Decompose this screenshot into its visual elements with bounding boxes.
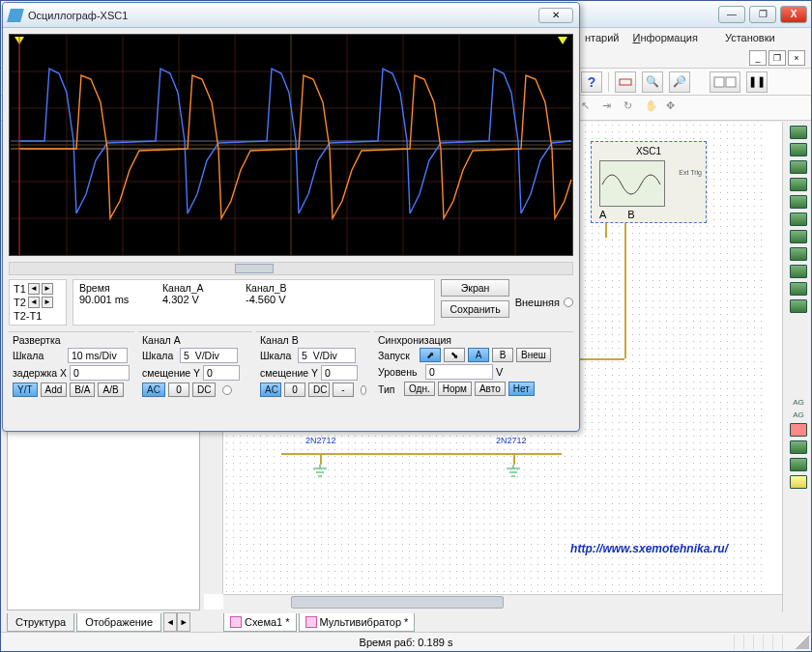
close-button[interactable]: X — [780, 6, 807, 23]
scope-scrollbar[interactable] — [9, 262, 573, 275]
strip-btn-6[interactable] — [790, 213, 807, 226]
scope-trace — [10, 35, 572, 255]
strip-lbl-ag2[interactable]: AG — [793, 411, 804, 419]
tab-prev-icon[interactable]: ◄ — [163, 612, 177, 632]
tab-display[interactable]: Отображение — [76, 613, 161, 632]
t2-left-icon[interactable]: ◄ — [28, 297, 40, 308]
resize-grip-icon[interactable] — [796, 636, 809, 649]
menu-item-instr[interactable]: нтарий — [585, 32, 620, 43]
readout-time: 90.001 ms — [79, 294, 137, 305]
sync-auto-button[interactable]: Авто — [475, 382, 506, 396]
mode-yt-button[interactable]: Y/T — [13, 383, 38, 397]
ext-trigger-radio[interactable] — [564, 298, 573, 307]
sync-b-button[interactable]: B — [492, 348, 513, 362]
mode-ab-button[interactable]: A/B — [98, 383, 123, 397]
save-button[interactable]: Сохранить — [441, 300, 508, 318]
strip-btn-4[interactable] — [790, 178, 807, 191]
doc-tab-2[interactable]: Мультивибратор * — [299, 613, 416, 632]
edge-rise-button[interactable]: ⬈ — [420, 348, 441, 362]
chb-minus-button[interactable]: - — [333, 383, 354, 397]
cursor-buttons: T1 ◄► T2 ◄► T2-T1 — [9, 279, 67, 326]
screen-button[interactable]: Экран — [441, 279, 508, 297]
ground-icon — [505, 465, 522, 478]
doc-tab-1[interactable]: Схема1 * — [223, 613, 297, 632]
t1-label: T1 — [14, 283, 26, 295]
sync-none-button[interactable]: Нет — [508, 382, 535, 396]
cha-offset-input[interactable] — [203, 365, 240, 381]
sync-level-input[interactable] — [425, 364, 493, 380]
chb-offset-input[interactable] — [321, 365, 358, 381]
strip-btn-13[interactable] — [790, 458, 807, 471]
sync-single-button[interactable]: Одн. — [404, 382, 435, 396]
cha-scale-input[interactable] — [180, 348, 238, 363]
tab-next-icon[interactable]: ► — [177, 612, 190, 632]
sync-group: Синхронизация Запуск ⬈ ⬊ A B Внеш Уровен… — [374, 331, 573, 401]
hand-icon[interactable]: ✋ — [645, 99, 662, 117]
chb-dc-button[interactable]: DC — [308, 383, 330, 397]
align-icon[interactable]: ⇥ — [602, 99, 620, 117]
strip-btn-12[interactable] — [790, 440, 807, 454]
strip-btn-14[interactable] — [790, 475, 807, 489]
chb-0-button[interactable]: 0 — [284, 383, 305, 397]
move-icon[interactable]: ✥ — [666, 99, 683, 117]
osc-titlebar[interactable]: Осциллограф-XSC1 ✕ — [3, 3, 579, 28]
canvas-hscroll[interactable] — [223, 594, 782, 609]
sync-a-button[interactable]: A — [468, 348, 489, 362]
svg-marker-26 — [558, 37, 567, 44]
sweep-group: Развертка Шкала задержка X Y/T Add B/A A… — [9, 331, 134, 401]
wire — [513, 453, 515, 465]
cha-dc-button[interactable]: DC — [192, 383, 216, 397]
strip-lbl-ag[interactable]: AG — [793, 398, 804, 407]
strip-btn-3[interactable] — [790, 160, 807, 174]
cha-indicator — [222, 385, 232, 395]
maximize-button[interactable]: ❐ — [749, 6, 776, 23]
pause-icon[interactable]: ❚❚ — [746, 71, 768, 93]
status-cells — [734, 635, 792, 650]
component-label-1: 2N2712 — [305, 436, 336, 445]
help-icon[interactable]: ? — [581, 71, 602, 93]
t1-right-icon[interactable]: ► — [42, 283, 53, 295]
statusbar: Время раб: 0.189 s — [1, 632, 811, 651]
wire — [320, 453, 322, 465]
mode-add-button[interactable]: Add — [41, 383, 68, 397]
component-label-2: 2N2712 — [496, 436, 527, 445]
strip-btn-5[interactable] — [790, 195, 807, 209]
tab-structure[interactable]: Структура — [7, 613, 74, 632]
sync-ext-button[interactable]: Внеш — [516, 348, 551, 362]
cha-0-button[interactable]: 0 — [168, 383, 189, 397]
strip-btn-11[interactable] — [790, 299, 807, 313]
chb-scale-input[interactable] — [298, 348, 356, 363]
rotate-icon[interactable]: ↻ — [624, 99, 641, 117]
mode-ba-button[interactable]: B/A — [70, 383, 95, 397]
instrument-xsc1[interactable]: XSC1 Ext Trig AB — [591, 141, 707, 223]
zoom-out-icon[interactable]: 🔎 — [669, 71, 690, 93]
strip-btn-10[interactable] — [790, 282, 807, 296]
edge-fall-button[interactable]: ⬊ — [444, 348, 465, 362]
cursor-readout: Время90.001 ms Канал_A4.302 V Канал_B-4.… — [72, 279, 435, 326]
chb-ac-button[interactable]: AC — [260, 383, 281, 397]
strip-btn-2[interactable] — [790, 143, 807, 156]
menu-item-setup[interactable]: Установки — [725, 32, 775, 43]
close-child-icon[interactable]: × — [788, 50, 805, 66]
menu-item-info[interactable]: Информация — [633, 32, 711, 43]
toggle-view-icon[interactable] — [710, 71, 740, 93]
sweep-scale-input[interactable] — [68, 348, 128, 363]
strip-btn-8[interactable] — [790, 247, 807, 261]
sync-norm-button[interactable]: Норм — [438, 382, 472, 396]
component-icon[interactable] — [615, 71, 636, 93]
t1-left-icon[interactable]: ◄ — [28, 283, 40, 295]
minimize-button[interactable]: — — [718, 6, 745, 23]
restore-child-icon[interactable]: ❐ — [768, 50, 786, 66]
minimize-child-icon[interactable]: _ — [749, 50, 767, 66]
strip-btn-9[interactable] — [790, 265, 807, 278]
t2-right-icon[interactable]: ► — [42, 297, 53, 308]
strip-btn-7[interactable] — [790, 230, 807, 243]
osc-close-icon[interactable]: ✕ — [538, 8, 573, 23]
sweep-delay-input[interactable] — [70, 365, 130, 381]
strip-btn-1[interactable] — [790, 126, 807, 139]
cha-ac-button[interactable]: AC — [142, 383, 165, 397]
scope-screen[interactable] — [9, 34, 573, 256]
strip-btn-red[interactable] — [790, 423, 807, 437]
cursor-icon[interactable]: ↖ — [581, 99, 598, 117]
zoom-in-icon[interactable]: 🔍 — [642, 71, 663, 93]
